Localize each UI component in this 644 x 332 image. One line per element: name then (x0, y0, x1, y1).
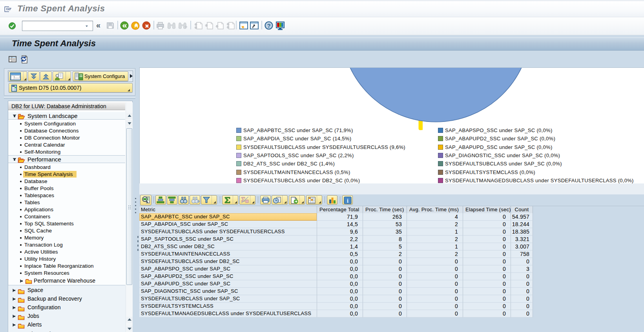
svg-text:i: i (347, 198, 348, 204)
svg-text:?: ? (267, 22, 270, 29)
